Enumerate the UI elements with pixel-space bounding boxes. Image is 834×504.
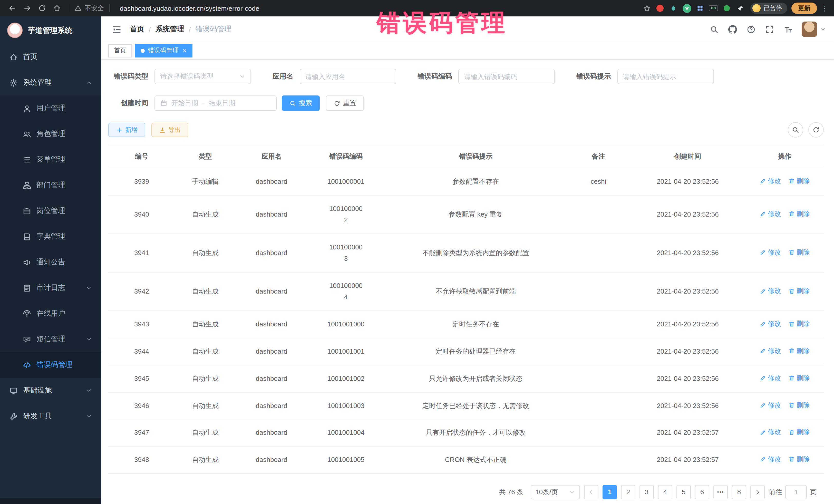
help-icon[interactable] bbox=[742, 21, 760, 38]
browser-menu-icon[interactable]: ⋮ bbox=[821, 4, 829, 12]
delete-link[interactable]: 删除 bbox=[788, 247, 810, 257]
tag-label: 首页 bbox=[114, 46, 126, 55]
sidebar-item[interactable]: 用户管理 bbox=[0, 95, 101, 121]
search-icon[interactable] bbox=[705, 21, 723, 38]
sidebar-header[interactable]: 芋道管理系统 bbox=[0, 17, 101, 44]
sidebar-fold-icon[interactable] bbox=[108, 21, 125, 38]
avatar-caret-icon[interactable] bbox=[820, 26, 826, 32]
page-button[interactable]: 5 bbox=[676, 485, 691, 499]
toggle-search-button[interactable] bbox=[788, 122, 803, 137]
update-button[interactable]: 更新 bbox=[791, 3, 817, 14]
error-message-input[interactable] bbox=[617, 69, 714, 84]
delete-link[interactable]: 删除 bbox=[788, 176, 810, 186]
security-chip[interactable]: 不安全 bbox=[74, 4, 104, 13]
page-size-select[interactable]: 10条/页 bbox=[531, 485, 580, 499]
sidebar-item[interactable]: 首页 bbox=[0, 44, 101, 70]
edit-link[interactable]: 修改 bbox=[760, 373, 781, 383]
back-icon[interactable] bbox=[5, 1, 19, 15]
sidebar-item[interactable]: 错误码管理 bbox=[0, 352, 101, 378]
trash-icon bbox=[788, 178, 795, 184]
edit-link-label: 修改 bbox=[768, 346, 781, 356]
export-button[interactable]: 导出 bbox=[151, 123, 188, 137]
delete-link[interactable]: 删除 bbox=[788, 373, 810, 383]
close-icon[interactable]: × bbox=[183, 47, 186, 54]
prev-page-button[interactable] bbox=[584, 485, 598, 499]
trash-icon bbox=[788, 288, 795, 294]
sidebar-collapse-bar[interactable] bbox=[0, 498, 101, 504]
sidebar-item[interactable]: 字典管理 bbox=[0, 224, 101, 249]
extension-drop-icon[interactable] bbox=[667, 2, 680, 14]
more-pages-button[interactable]: ••• bbox=[714, 485, 728, 499]
extension-adblock-icon[interactable] bbox=[654, 2, 666, 14]
error-code-input[interactable] bbox=[458, 69, 555, 84]
date-range-picker[interactable]: 开始日期 - 结束日期 bbox=[154, 95, 277, 111]
extension-green-icon[interactable] bbox=[721, 2, 733, 14]
delete-link[interactable]: 删除 bbox=[788, 427, 810, 437]
cell-type: 自动生成 bbox=[175, 311, 236, 338]
edit-link[interactable]: 修改 bbox=[760, 286, 781, 296]
bookmark-star-icon[interactable] bbox=[640, 2, 653, 14]
page-button[interactable]: 6 bbox=[695, 485, 709, 499]
sidebar-item[interactable]: 通知公告 bbox=[0, 249, 101, 275]
extension-grid-icon[interactable] bbox=[694, 2, 706, 14]
cell-message: 定时任务不存在 bbox=[385, 311, 567, 338]
sidebar-item[interactable]: 审计日志 bbox=[0, 275, 101, 301]
extension-switch-icon[interactable]: on bbox=[707, 2, 720, 14]
reload-icon[interactable] bbox=[35, 1, 49, 15]
refresh-table-button[interactable] bbox=[808, 122, 824, 137]
breadcrumb-item[interactable]: 系统管理 bbox=[155, 25, 184, 34]
gear-icon bbox=[9, 78, 18, 87]
delete-link[interactable]: 删除 bbox=[788, 319, 810, 329]
page-button[interactable]: 8 bbox=[732, 485, 746, 499]
delete-link[interactable]: 删除 bbox=[788, 286, 810, 296]
cell-operations: 修改删除 bbox=[746, 168, 824, 195]
edit-link[interactable]: 修改 bbox=[760, 346, 781, 356]
sidebar-item[interactable]: 部门管理 bbox=[0, 172, 101, 198]
delete-link[interactable]: 删除 bbox=[788, 400, 810, 410]
goto-page-input[interactable] bbox=[785, 485, 807, 499]
edit-link[interactable]: 修改 bbox=[760, 176, 781, 186]
page-button[interactable]: 2 bbox=[621, 485, 635, 499]
user-avatar[interactable] bbox=[802, 22, 817, 37]
edit-link[interactable]: 修改 bbox=[760, 209, 781, 219]
search-button[interactable]: 搜索 bbox=[282, 95, 320, 111]
sidebar-item[interactable]: 研发工具 bbox=[0, 403, 101, 429]
home-icon[interactable] bbox=[50, 1, 64, 15]
font-size-icon[interactable] bbox=[779, 21, 796, 38]
edit-link[interactable]: 修改 bbox=[760, 427, 781, 437]
page-button[interactable]: 4 bbox=[658, 485, 672, 499]
edit-link[interactable]: 修改 bbox=[760, 247, 781, 257]
cell-operations: 修改删除 bbox=[746, 365, 824, 392]
address-bar[interactable]: dashboard.yudao.iocoder.cn/system/error-… bbox=[120, 4, 259, 12]
extension-pin-icon[interactable] bbox=[734, 2, 746, 14]
add-button[interactable]: 新增 bbox=[108, 123, 145, 137]
sidebar-item[interactable]: 系统管理 bbox=[0, 70, 101, 95]
sidebar-item[interactable]: 岗位管理 bbox=[0, 198, 101, 224]
delete-link[interactable]: 删除 bbox=[788, 454, 810, 464]
breadcrumb-item[interactable]: 首页 bbox=[130, 25, 144, 34]
page-button[interactable]: 3 bbox=[639, 485, 654, 499]
tag[interactable]: 错误码管理× bbox=[135, 44, 192, 57]
page-button[interactable]: 1 bbox=[602, 485, 617, 499]
profile-paused-badge[interactable]: 已暂停 bbox=[750, 3, 787, 14]
extension-vue-icon[interactable] bbox=[681, 2, 693, 14]
github-icon[interactable] bbox=[724, 21, 741, 38]
fullscreen-icon[interactable] bbox=[761, 21, 778, 38]
reset-button[interactable]: 重置 bbox=[326, 95, 364, 111]
error-type-select[interactable]: 请选择错误码类型 bbox=[154, 69, 251, 84]
delete-link[interactable]: 删除 bbox=[788, 209, 810, 219]
forward-icon[interactable] bbox=[20, 1, 34, 15]
sidebar-item[interactable]: 短信管理 bbox=[0, 326, 101, 352]
edit-link[interactable]: 修改 bbox=[760, 319, 781, 329]
sidebar-item[interactable]: 菜单管理 bbox=[0, 147, 101, 172]
sidebar-item-label: 在线用户 bbox=[37, 309, 65, 318]
edit-link[interactable]: 修改 bbox=[760, 454, 781, 464]
delete-link[interactable]: 删除 bbox=[788, 346, 810, 356]
sidebar-item[interactable]: 在线用户 bbox=[0, 301, 101, 326]
sidebar-item[interactable]: 角色管理 bbox=[0, 121, 101, 147]
edit-link[interactable]: 修改 bbox=[760, 400, 781, 410]
tag[interactable]: 首页 bbox=[108, 44, 132, 57]
next-page-button[interactable] bbox=[750, 485, 765, 499]
sidebar-item[interactable]: 基础设施 bbox=[0, 378, 101, 403]
app-name-input[interactable] bbox=[300, 69, 396, 84]
